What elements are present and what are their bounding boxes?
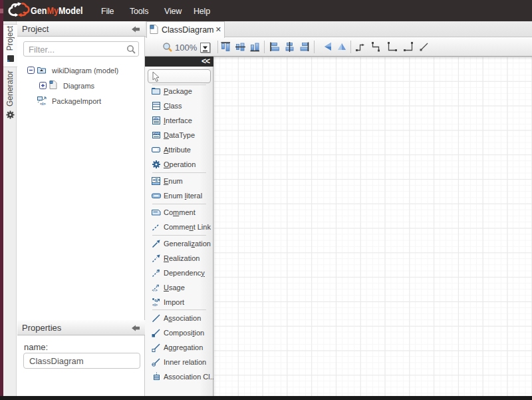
svg-text:<·>: <·>	[152, 288, 158, 292]
svg-text:«E»: «E»	[153, 178, 161, 182]
svg-text:<I>: <I>	[40, 102, 46, 106]
svg-text:«D»: «D»	[154, 131, 160, 135]
svg-text:«I»: «I»	[154, 116, 158, 120]
svg-text:<I>: <I>	[152, 303, 158, 307]
